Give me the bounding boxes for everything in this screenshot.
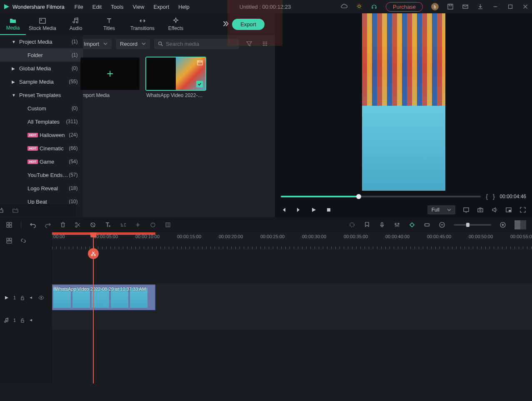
split-icon[interactable]: [75, 222, 81, 228]
prev-frame-icon[interactable]: [281, 207, 287, 213]
zoom-handle[interactable]: [466, 223, 470, 227]
menu-tools[interactable]: Tools: [111, 4, 123, 10]
tab-media[interactable]: Media: [0, 13, 26, 35]
redo-icon[interactable]: [45, 222, 51, 228]
tab-effects[interactable]: Effects: [159, 13, 192, 35]
zoom-out-icon[interactable]: [439, 222, 445, 228]
sidebar-item-cinematic[interactable]: HOTCinematic(66): [0, 142, 83, 155]
preview-scrubber[interactable]: [281, 196, 481, 197]
speed-icon[interactable]: [120, 222, 126, 228]
video-track[interactable]: WhatsApp Video 2022-08-29 at 10.37.33 AM: [52, 284, 532, 311]
record-dropdown[interactable]: Record: [116, 39, 150, 49]
menu-export[interactable]: Export: [153, 4, 169, 10]
sidebar-item-custom[interactable]: Custom(0): [0, 102, 83, 115]
audio-track-icon[interactable]: [4, 318, 9, 323]
thumb-image[interactable]: [146, 57, 205, 90]
fullscreen-icon[interactable]: [520, 207, 526, 213]
audio-mixer-icon[interactable]: [394, 222, 400, 228]
layout-icon[interactable]: [6, 222, 12, 228]
keyframe-icon[interactable]: [409, 222, 415, 228]
mute-icon[interactable]: [29, 318, 34, 323]
sidebar-item-preset-templates[interactable]: ▼Preset Templates: [0, 88, 83, 102]
sidebar-item-folder[interactable]: Folder(1): [0, 48, 83, 62]
headphones-icon[interactable]: [371, 3, 377, 10]
tab-titles[interactable]: Titles: [92, 13, 126, 35]
menu-edit[interactable]: Edit: [92, 4, 102, 10]
zoom-in-icon[interactable]: [500, 222, 506, 228]
filter-icon[interactable]: [243, 38, 255, 50]
search-media-box[interactable]: [154, 39, 239, 49]
marker-icon[interactable]: [364, 222, 370, 228]
link-icon[interactable]: [20, 237, 27, 244]
grid-view-icon[interactable]: [259, 38, 271, 50]
playhead[interactable]: [93, 232, 94, 384]
media-thumb[interactable]: WhatsApp Video 2022-…: [146, 57, 205, 98]
tab-transitions[interactable]: Transitions: [126, 13, 159, 35]
menu-file[interactable]: File: [75, 4, 83, 10]
timeline-ruler[interactable]: :00:0000:00:05:0000:00:10:0000:00:15:000…: [52, 232, 532, 249]
tab-stock-media[interactable]: Stock Media: [26, 13, 59, 35]
purchase-button[interactable]: Purchase: [386, 2, 423, 12]
timeline-options-icon[interactable]: [6, 237, 12, 244]
sidebar-item-all-templates[interactable]: All Templates(311): [0, 115, 83, 128]
save-icon[interactable]: [447, 3, 454, 10]
import-dropdown[interactable]: Import: [80, 39, 112, 49]
fit-icon[interactable]: [424, 222, 430, 228]
next-frame-icon[interactable]: [296, 207, 302, 213]
thumb-image[interactable]: +: [80, 57, 140, 90]
export-button[interactable]: Export: [232, 19, 265, 30]
sidebar-item-logo-reveal[interactable]: Logo Reveal(18): [0, 182, 83, 195]
sidebar-item-youtube-endscr-[interactable]: YouTube Endscr…(57): [0, 168, 83, 182]
mute-icon[interactable]: [29, 295, 34, 300]
new-folder-icon[interactable]: [0, 207, 4, 214]
sidebar-item-sample-media[interactable]: ▶Sample Media(55): [0, 75, 83, 88]
user-avatar[interactable]: b: [431, 3, 439, 10]
menu-help[interactable]: Help: [178, 4, 190, 10]
voiceover-icon[interactable]: [379, 222, 385, 228]
preview-quality-dropdown[interactable]: Full: [427, 205, 455, 214]
stop-icon[interactable]: [326, 207, 332, 213]
mail-icon[interactable]: [462, 3, 469, 10]
zoom-slider[interactable]: [454, 224, 491, 226]
audio-track[interactable]: [52, 311, 532, 329]
maximize-icon[interactable]: [507, 3, 514, 10]
play-icon[interactable]: [311, 207, 317, 213]
menu-view[interactable]: View: [132, 4, 144, 10]
search-input[interactable]: [166, 41, 236, 47]
media-thumb[interactable]: +Import Media: [80, 57, 140, 98]
mark-out-icon[interactable]: }: [493, 193, 495, 200]
scrub-handle[interactable]: [356, 194, 361, 199]
cloud-icon[interactable]: [341, 3, 347, 10]
lock-icon[interactable]: [20, 318, 25, 323]
delete-folder-icon[interactable]: [12, 207, 19, 214]
audio-detach-icon[interactable]: [135, 222, 141, 228]
download-icon[interactable]: [477, 3, 484, 10]
sidebar-item-game[interactable]: HOTGame(54): [0, 155, 83, 168]
video-track-icon[interactable]: [4, 295, 9, 300]
delete-icon[interactable]: [60, 222, 66, 228]
snapshot-icon[interactable]: [477, 207, 484, 213]
tab-audio[interactable]: Audio: [59, 13, 92, 35]
lightbulb-icon[interactable]: [356, 3, 362, 10]
split-at-playhead-icon[interactable]: [88, 248, 99, 259]
undo-icon[interactable]: [30, 222, 36, 228]
playhead-handle[interactable]: [90, 232, 96, 237]
sidebar-item-halloween[interactable]: HOTHalloween(24): [0, 128, 83, 142]
video-clip[interactable]: WhatsApp Video 2022-08-29 at 10.37.33 AM: [52, 284, 155, 310]
volume-icon[interactable]: [491, 207, 498, 213]
color-icon[interactable]: [150, 222, 156, 228]
display-settings-icon[interactable]: [463, 207, 470, 213]
visibility-icon[interactable]: [38, 296, 44, 300]
minimize-icon[interactable]: [492, 3, 499, 10]
mark-in-icon[interactable]: {: [486, 193, 488, 200]
pip-icon[interactable]: [505, 207, 512, 213]
green-screen-icon[interactable]: [165, 222, 171, 228]
close-icon[interactable]: [522, 3, 529, 10]
preview-viewport[interactable]: [275, 13, 532, 191]
sidebar-item-global-media[interactable]: ▶Global Media(0): [0, 62, 83, 75]
text-add-icon[interactable]: [105, 222, 111, 228]
render-icon[interactable]: [349, 222, 355, 228]
lock-icon[interactable]: [20, 295, 25, 300]
crop-icon[interactable]: [90, 222, 96, 228]
sidebar-item-project-media[interactable]: ▼Project Media(1): [0, 35, 83, 48]
